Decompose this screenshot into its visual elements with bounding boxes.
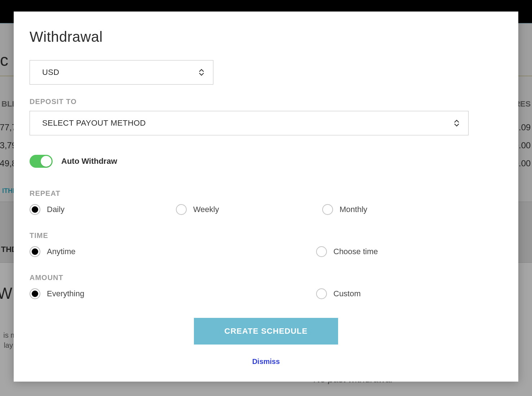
dismiss-link[interactable]: Dismiss xyxy=(252,357,280,366)
radio-icon xyxy=(30,288,40,299)
radio-icon xyxy=(316,288,327,299)
amount-label: AMOUNT xyxy=(30,274,469,282)
modal-title: Withdrawal xyxy=(30,29,502,45)
amount-option-everything[interactable]: Everything xyxy=(30,288,249,299)
radio-label: Daily xyxy=(47,205,65,214)
currency-select[interactable]: USD xyxy=(30,60,213,85)
radio-label: Everything xyxy=(47,289,84,298)
radio-icon xyxy=(322,204,333,215)
withdrawal-modal: Withdrawal USD DEPOSIT TO SELECT PAYOUT … xyxy=(14,12,518,382)
payout-method-select[interactable]: SELECT PAYOUT METHOD xyxy=(30,111,469,135)
select-chevrons-icon xyxy=(454,120,460,127)
repeat-option-weekly[interactable]: Weekly xyxy=(176,204,322,215)
radio-icon xyxy=(30,204,40,215)
select-chevrons-icon xyxy=(199,69,204,76)
auto-withdraw-toggle[interactable] xyxy=(30,155,53,168)
repeat-option-monthly[interactable]: Monthly xyxy=(322,204,469,215)
currency-value: USD xyxy=(42,68,59,77)
time-option-choose[interactable]: Choose time xyxy=(249,246,469,257)
radio-label: Weekly xyxy=(193,205,219,214)
toggle-knob xyxy=(41,156,52,167)
time-label: TIME xyxy=(30,231,469,240)
repeat-option-daily[interactable]: Daily xyxy=(30,204,176,215)
payout-method-placeholder: SELECT PAYOUT METHOD xyxy=(42,118,146,127)
radio-icon xyxy=(30,246,40,257)
amount-option-custom[interactable]: Custom xyxy=(249,288,469,299)
time-option-anytime[interactable]: Anytime xyxy=(30,246,249,257)
radio-label: Custom xyxy=(333,289,361,298)
deposit-to-label: DEPOSIT TO xyxy=(30,98,502,106)
repeat-label: REPEAT xyxy=(30,189,469,198)
radio-label: Choose time xyxy=(333,247,378,256)
radio-label: Anytime xyxy=(47,247,75,256)
auto-withdraw-label: Auto Withdraw xyxy=(61,157,117,166)
create-schedule-button[interactable]: CREATE SCHEDULE xyxy=(194,318,338,345)
radio-icon xyxy=(316,246,327,257)
radio-icon xyxy=(176,204,187,215)
radio-label: Monthly xyxy=(340,205,367,214)
